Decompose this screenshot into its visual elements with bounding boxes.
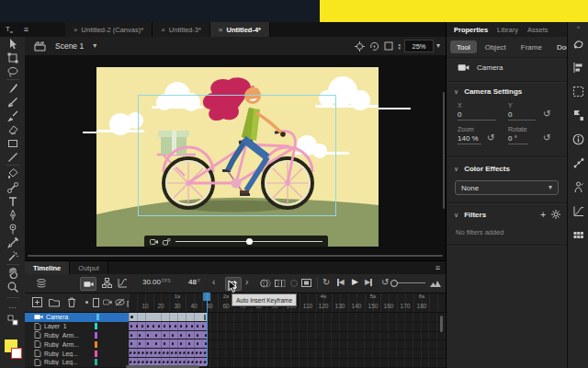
new-layer-button[interactable] <box>32 297 42 307</box>
reset-rotate-icon[interactable]: ↺ <box>543 133 550 143</box>
selection-tool[interactable] <box>0 37 25 51</box>
history-panel-icon[interactable] <box>568 151 588 175</box>
rotate-view-icon[interactable] <box>369 41 379 52</box>
reset-zoom-icon[interactable]: ↺ <box>487 133 494 143</box>
zoom-stepper[interactable]: ▴▾ <box>398 42 401 50</box>
pen-tool[interactable] <box>0 208 25 222</box>
asset-sculpt-panel-icon[interactable] <box>568 175 588 199</box>
eyedropper-tool[interactable] <box>0 236 25 249</box>
span-based-selection-icon[interactable] <box>301 279 311 287</box>
play-button[interactable]: ▶ <box>352 278 358 286</box>
tab-output[interactable]: Output <box>70 261 108 274</box>
close-icon[interactable]: × <box>219 26 223 34</box>
selected-object-row[interactable]: Camera <box>447 58 568 76</box>
outline-column-icon[interactable] <box>93 298 99 307</box>
fluid-brush-tool[interactable] <box>0 81 25 95</box>
layer-track-span[interactable] <box>129 349 207 357</box>
layer-track-span[interactable] <box>129 331 207 339</box>
zoom-dropdown-icon[interactable]: ▾ <box>436 42 440 50</box>
magic-wand-tool[interactable] <box>0 249 25 263</box>
add-filter-button[interactable]: + <box>540 210 546 220</box>
asset-warp-tool[interactable] <box>0 222 25 236</box>
new-folder-button[interactable] <box>49 298 60 307</box>
text-tool[interactable] <box>0 194 25 208</box>
filter-options-icon[interactable] <box>551 210 560 219</box>
scene-breadcrumb[interactable]: Scene 1 <box>55 41 84 51</box>
scene-panel-icon[interactable] <box>568 103 588 127</box>
layer-row[interactable]: Ruby_Leg... <box>25 358 138 368</box>
color-effect-dropdown[interactable]: None ▾ <box>455 180 559 195</box>
playhead-line[interactable] <box>207 293 209 365</box>
collapse-panels-icon[interactable]: » <box>568 22 588 31</box>
layer-track-span[interactable] <box>129 322 207 330</box>
frame-picker-panel-icon[interactable] <box>568 223 588 247</box>
camera-x-input[interactable]: 0 <box>458 110 496 121</box>
layer-hierarchy-icon[interactable] <box>102 278 112 288</box>
transform-panel-icon[interactable] <box>568 79 588 103</box>
prev-keyframe-icon[interactable]: ‹ <box>212 278 215 287</box>
tab-assets[interactable]: Assets <box>527 26 548 34</box>
camera-y-input[interactable]: 0 <box>508 110 536 121</box>
layer-track-span[interactable] <box>129 339 207 348</box>
timeline-zoom-knob[interactable] <box>390 280 398 287</box>
lasso-tool[interactable] <box>0 64 25 78</box>
camera-zoom-slider[interactable] <box>175 236 322 247</box>
delete-layer-button[interactable] <box>67 297 76 307</box>
tab-properties[interactable]: Properties <box>454 26 488 34</box>
playhead-head[interactable] <box>203 293 210 301</box>
paint-brush-tool[interactable] <box>0 109 25 122</box>
timeline-tracks[interactable] <box>129 313 446 367</box>
brush-library-icon[interactable] <box>568 31 588 55</box>
stage-v-scrollbar[interactable] <box>443 92 445 209</box>
current-frame-value[interactable]: 48F <box>188 278 200 286</box>
align-panel-icon[interactable] <box>568 55 588 79</box>
camera-track-span[interactable] <box>129 313 207 321</box>
color-effects-header[interactable]: ∨ Color Effects <box>447 162 510 175</box>
stroke-color-swatch[interactable] <box>11 348 22 359</box>
more-tools-button[interactable]: … <box>0 299 25 313</box>
onion-skin-outline-icon[interactable] <box>275 279 286 288</box>
free-transform-tool[interactable] <box>0 51 25 64</box>
onion-skin-icon[interactable] <box>260 279 271 288</box>
mode-tab-tool[interactable]: Tool <box>450 40 477 53</box>
bone-tool[interactable] <box>0 180 25 194</box>
timeline-zoom-large-icon[interactable] <box>430 280 441 287</box>
camera-column-icon[interactable] <box>103 299 112 305</box>
menu-icon[interactable]: ≡ <box>24 26 28 34</box>
frame-rate-value[interactable]: 30.00FPS <box>142 278 171 286</box>
rectangle-tool[interactable] <box>0 136 25 150</box>
workspace-icon[interactable]: T‗ <box>6 26 13 33</box>
camera-settings-header[interactable]: ∨ Camera Settings <box>447 85 522 98</box>
highlight-column-icon[interactable] <box>85 301 88 304</box>
filters-header[interactable]: ∨ Filters + <box>447 208 568 221</box>
stage-h-scrollbar[interactable] <box>28 255 443 257</box>
scene-dropdown-icon[interactable]: ▾ <box>93 42 96 50</box>
camera-reset-icon[interactable] <box>150 238 158 246</box>
close-icon[interactable]: × <box>161 26 165 34</box>
document-tab-active[interactable]: × Untitled-4* <box>210 22 270 37</box>
zoom-tool[interactable] <box>0 280 25 293</box>
info-panel-icon[interactable] <box>568 127 588 151</box>
stage-zoom-input[interactable]: 25% <box>404 40 434 52</box>
loop-playback-icon[interactable]: ↻ <box>322 278 330 287</box>
tab-timeline[interactable]: Timeline <box>25 261 70 274</box>
classic-brush-tool[interactable] <box>0 95 25 109</box>
center-stage-icon[interactable] <box>355 41 365 52</box>
camera-hud[interactable] <box>144 236 328 247</box>
mode-tab-object[interactable]: Object <box>479 40 513 53</box>
layer-depth-icon[interactable] <box>36 279 47 288</box>
tab-library[interactable]: Library <box>497 26 518 34</box>
mode-tab-frame[interactable]: Frame <box>514 40 548 53</box>
clip-content-icon[interactable] <box>384 41 393 51</box>
reset-position-icon[interactable]: ↺ <box>543 109 550 119</box>
camera-rotate-input[interactable]: 0 ° <box>508 134 528 144</box>
camera-toggle-button[interactable] <box>80 277 96 291</box>
default-colors-button[interactable] <box>0 313 25 327</box>
visibility-column-icon[interactable] <box>115 298 125 306</box>
close-icon[interactable]: × <box>74 26 78 34</box>
timeline-menu-icon[interactable]: ≡ <box>435 264 440 272</box>
next-keyframe-icon[interactable]: › <box>245 278 248 287</box>
line-tool[interactable] <box>0 150 25 164</box>
clapperboard-icon[interactable] <box>34 40 46 52</box>
document-tab[interactable]: × Untitled-3* <box>153 22 210 37</box>
